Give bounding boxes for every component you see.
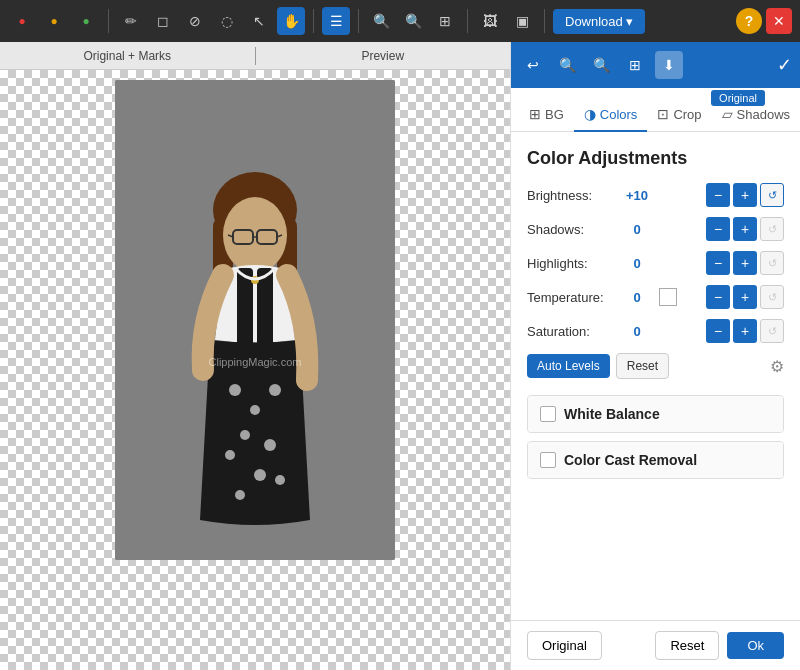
original-marks-label: Original + Marks [0,49,255,63]
temperature-reset[interactable]: ↺ [760,285,784,309]
temperature-controls: − + ↺ [706,285,784,309]
svg-point-13 [229,384,241,396]
zoom-in-icon[interactable]: 🔍 [399,7,427,35]
canvas-image-area[interactable]: ClippingMagic.com [0,70,510,670]
brightness-reset[interactable]: ↺ [760,183,784,207]
saturation-minus[interactable]: − [706,319,730,343]
saturation-label: Saturation: [527,324,617,339]
toolbar-right: ? ✕ [736,8,792,34]
shadows-label: Shadows: [527,222,617,237]
gear-icon[interactable]: ⚙ [770,357,784,376]
temperature-swatch[interactable] [659,288,677,306]
download-label: Download ▾ [565,14,633,29]
temperature-plus[interactable]: + [733,285,757,309]
tab-crop-label: Crop [673,107,701,122]
fit-icon[interactable]: ⊞ [431,7,459,35]
brightness-plus[interactable]: + [733,183,757,207]
panel-bottom: Original Reset Ok [511,620,800,670]
tab-shadows-label: Shadows [737,107,790,122]
highlights-plus[interactable]: + [733,251,757,275]
main-area: Original + Marks Preview [0,42,800,670]
panel-zoom-in-icon[interactable]: 🔍 [587,51,615,79]
bg-tab-icon: ⊞ [529,106,541,122]
color-cast-title: Color Cast Removal [564,452,697,468]
auto-levels-button[interactable]: Auto Levels [527,354,610,378]
right-panel: Original ↩ 🔍 🔍 ⊞ ⬇ ✓ ⊞ BG ◑ Colors ⊡ Cro… [510,42,800,670]
white-balance-checkbox[interactable] [540,406,556,422]
svg-point-14 [250,405,260,415]
tab-crop[interactable]: ⊡ Crop [647,98,711,132]
original-button[interactable]: Original [527,631,602,660]
saturation-row: Saturation: 0 − + ↺ [527,319,784,343]
panel-toolbar: ↩ 🔍 🔍 ⊞ ⬇ ✓ [511,42,800,88]
original-badge: Original [711,90,765,106]
brightness-label: Brightness: [527,188,617,203]
highlights-minus[interactable]: − [706,251,730,275]
shadows-row: Shadows: 0 − + ↺ [527,217,784,241]
temperature-value: 0 [617,290,657,305]
separator-4 [467,9,468,33]
color-cast-header[interactable]: Color Cast Removal [528,442,783,478]
shadows-minus[interactable]: − [706,217,730,241]
highlights-row: Highlights: 0 − + ↺ [527,251,784,275]
tab-bg[interactable]: ⊞ BG [519,98,574,132]
svg-point-17 [264,439,276,451]
canvas-labels: Original + Marks Preview [0,42,510,70]
separator-3 [358,9,359,33]
color-adjustments-title: Color Adjustments [527,148,784,169]
watermark: ClippingMagic.com [209,356,302,368]
tab-colors[interactable]: ◑ Colors [574,98,648,132]
svg-point-20 [235,490,245,500]
list-icon[interactable]: ☰ [322,7,350,35]
saturation-value: 0 [617,324,657,339]
maximize-traffic-light[interactable]: ● [72,7,100,35]
highlights-controls: − + ↺ [706,251,784,275]
reset-button[interactable]: Reset [616,353,669,379]
saturation-plus[interactable]: + [733,319,757,343]
zoom-out-icon[interactable]: 🔍 [367,7,395,35]
white-balance-section: White Balance [527,395,784,433]
color-cast-section: Color Cast Removal [527,441,784,479]
eraser-icon[interactable]: ◻ [149,7,177,35]
shadows-controls: − + ↺ [706,217,784,241]
brightness-controls: − + ↺ [706,183,784,207]
temperature-minus[interactable]: − [706,285,730,309]
svg-point-18 [225,450,235,460]
panel-zoom-out-icon[interactable]: 🔍 [553,51,581,79]
shadows-plus[interactable]: + [733,217,757,241]
brightness-minus[interactable]: − [706,183,730,207]
hand-icon[interactable]: ✋ [277,7,305,35]
saturation-reset[interactable]: ↺ [760,319,784,343]
bottom-reset-button[interactable]: Reset [655,631,719,660]
canvas-area: Original + Marks Preview [0,42,510,670]
color-cast-checkbox[interactable] [540,452,556,468]
white-balance-header[interactable]: White Balance [528,396,783,432]
svg-point-15 [269,384,281,396]
dual-view-icon[interactable]: ▣ [508,7,536,35]
minimize-traffic-light[interactable]: ● [40,7,68,35]
top-toolbar: ● ● ● ✏ ◻ ⊘ ◌ ↖ ✋ ☰ 🔍 🔍 ⊞ 🖼 ▣ Download ▾… [0,0,800,42]
shadows-reset[interactable]: ↺ [760,217,784,241]
brightness-value: +10 [617,188,657,203]
close-traffic-light[interactable]: ● [8,7,36,35]
shadows-value: 0 [617,222,657,237]
ok-button[interactable]: Ok [727,632,784,659]
lasso-icon[interactable]: ◌ [213,7,241,35]
download-button[interactable]: Download ▾ [553,9,645,34]
pointer-icon[interactable]: ↖ [245,7,273,35]
undo-icon[interactable]: ↩ [519,51,547,79]
canvas-content[interactable]: ClippingMagic.com [0,70,510,670]
colors-tab-icon: ◑ [584,106,596,122]
highlights-reset[interactable]: ↺ [760,251,784,275]
check-icon[interactable]: ✓ [777,54,792,76]
panel-download-icon[interactable]: ⬇ [655,51,683,79]
person-image: ClippingMagic.com [115,80,395,560]
close-button[interactable]: ✕ [766,8,792,34]
paint-icon[interactable]: ⊘ [181,7,209,35]
pencil-icon[interactable]: ✏ [117,7,145,35]
image-icon[interactable]: 🖼 [476,7,504,35]
panel-fit-icon[interactable]: ⊞ [621,51,649,79]
help-button[interactable]: ? [736,8,762,34]
brightness-row: Brightness: +10 − + ↺ [527,183,784,207]
temperature-label: Temperature: [527,290,617,305]
